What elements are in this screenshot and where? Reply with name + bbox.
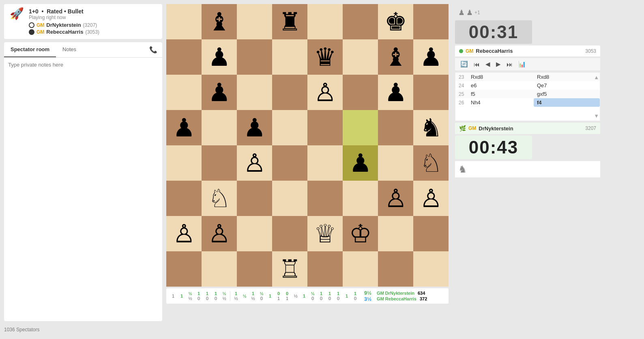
cell-r2-c1[interactable]: ♟ (202, 75, 237, 110)
scroll-up[interactable]: ▲ (594, 74, 599, 80)
cell-r7-c4[interactable] (307, 251, 343, 287)
cell-r5-c5[interactable] (343, 181, 378, 216)
move-black[interactable]: Qe7 (534, 81, 600, 90)
white-title: GM (36, 22, 44, 28)
cell-r3-c3[interactable] (272, 110, 307, 145)
score-bottom-value: 0 (311, 296, 314, 301)
cell-r0-c3[interactable]: ♜ (272, 4, 307, 39)
cell-r1-c4[interactable]: ♛ (307, 39, 343, 75)
tab-notes[interactable]: Notes (56, 42, 83, 57)
score-bottom-value: ½ (222, 296, 226, 301)
cell-r7-c1[interactable] (202, 251, 237, 287)
cell-r7-c6[interactable] (378, 251, 413, 287)
cell-r0-c2[interactable] (237, 4, 272, 39)
score-bottom-value: 1 (277, 296, 280, 301)
cell-r1-c7[interactable]: ♟ (413, 39, 449, 75)
cell-r3-c7[interactable]: ♞ (413, 110, 449, 145)
cell-r7-c7[interactable] (413, 251, 449, 287)
move-black[interactable]: gxf5 (534, 90, 600, 98)
notes-textarea[interactable] (8, 62, 158, 317)
cell-r1-c5[interactable] (343, 39, 378, 75)
cell-r3-c0[interactable]: ♟ (166, 110, 202, 145)
nav-last[interactable]: ⏭ (504, 60, 515, 69)
cell-r5-c4[interactable] (307, 181, 343, 216)
cell-r3-c4[interactable] (307, 110, 343, 145)
scroll-down[interactable]: ▼ (594, 113, 599, 119)
cell-r6-c7[interactable] (413, 216, 449, 251)
cell-r0-c4[interactable] (307, 4, 343, 39)
cell-r1-c2[interactable] (237, 39, 272, 75)
white-name: DrNykterstein (46, 22, 81, 28)
chess-piece: ♟ (349, 151, 372, 176)
cell-r5-c6[interactable]: ♙ (378, 181, 413, 216)
nav-next[interactable]: ▶ (494, 60, 503, 69)
cell-r6-c5[interactable]: ♔ (343, 216, 378, 251)
cell-r7-c2[interactable] (237, 251, 272, 287)
cell-r0-c1[interactable]: ♝ (202, 4, 237, 39)
cell-r6-c6[interactable] (378, 216, 413, 251)
cell-r0-c5[interactable] (343, 4, 378, 39)
cell-r2-c2[interactable] (237, 75, 272, 110)
score-cell: ½ (241, 294, 248, 298)
cell-r3-c6[interactable] (378, 110, 413, 145)
cell-r2-c7[interactable] (413, 75, 449, 110)
move-white[interactable]: Nh4 (468, 98, 534, 107)
cell-r2-c6[interactable]: ♟ (378, 75, 413, 110)
cell-r0-c7[interactable] (413, 4, 449, 39)
score-top-value: 1 (252, 291, 254, 296)
phone-button[interactable]: 📞 (144, 43, 162, 57)
move-table-container[interactable]: 23Rxd8Rxd824e6Qe725f5gxf526Nh4f4 ▲ ▼ (455, 72, 600, 121)
cell-r6-c4[interactable]: ♕ (307, 216, 343, 251)
cell-r3-c1[interactable] (202, 110, 237, 145)
cell-r2-c5[interactable] (343, 75, 378, 110)
cell-r7-c3[interactable]: ♖ (272, 251, 307, 287)
cell-r5-c2[interactable] (237, 181, 272, 216)
cell-r4-c2[interactable]: ♙ (237, 145, 272, 181)
cell-r0-c6[interactable]: ♚ (378, 4, 413, 39)
cell-r5-c3[interactable] (272, 181, 307, 216)
move-white[interactable]: f5 (468, 90, 534, 98)
black-title: GM (36, 29, 44, 35)
cell-r4-c5[interactable]: ♟ (343, 145, 378, 181)
move-white[interactable]: e6 (468, 81, 534, 90)
cell-r5-c7[interactable]: ♙ (413, 181, 449, 216)
cell-r7-c5[interactable] (343, 251, 378, 287)
cell-r1-c6[interactable]: ♝ (378, 39, 413, 75)
cell-r2-c4[interactable]: ♙ (307, 75, 343, 110)
score-cell: 10 (195, 291, 202, 301)
nav-prev[interactable]: ◀ (483, 60, 492, 69)
tab-spectator[interactable]: Spectator room (4, 42, 56, 57)
cell-r0-c0[interactable] (166, 4, 202, 39)
move-black[interactable]: f4 (534, 98, 600, 107)
cell-r2-c3[interactable] (272, 75, 307, 110)
cell-r3-c5[interactable] (343, 110, 378, 145)
move-white[interactable]: Rxd8 (468, 73, 534, 81)
cell-r4-c0[interactable] (166, 145, 202, 181)
cell-r1-c3[interactable] (272, 39, 307, 75)
white-rating: 3207 (85, 22, 96, 28)
cell-r4-c6[interactable] (378, 145, 413, 181)
nav-analyze[interactable]: 📊 (516, 60, 528, 69)
nav-first[interactable]: ⏮ (472, 60, 482, 69)
move-black[interactable]: Rxd8 (534, 73, 600, 81)
nav-flip[interactable]: 🔄 (458, 60, 470, 69)
cell-r2-c0[interactable] (166, 75, 202, 110)
score-bottom-value: 0 (328, 296, 331, 301)
cell-r4-c1[interactable] (202, 145, 237, 181)
cell-r1-c1[interactable]: ♟ (202, 39, 237, 75)
cell-r1-c0[interactable] (166, 39, 202, 75)
cell-r4-c7[interactable]: ♘ (413, 145, 449, 181)
score-player-white-name: GM DrNykterstein (377, 291, 414, 296)
cell-r5-c0[interactable] (166, 181, 202, 216)
cell-r4-c3[interactable] (272, 145, 307, 181)
cell-r5-c1[interactable]: ♘ (202, 181, 237, 216)
cell-r6-c1[interactable]: ♙ (202, 216, 237, 251)
score-bottom-value: ½ (251, 296, 255, 301)
cell-r4-c4[interactable] (307, 145, 343, 181)
cell-r3-c2[interactable]: ♟ (237, 110, 272, 145)
cell-r6-c3[interactable] (272, 216, 307, 251)
cell-r7-c0[interactable] (166, 251, 202, 287)
cell-r6-c2[interactable] (237, 216, 272, 251)
cell-r6-c0[interactable]: ♙ (166, 216, 202, 251)
chess-piece: ♙ (314, 80, 337, 105)
